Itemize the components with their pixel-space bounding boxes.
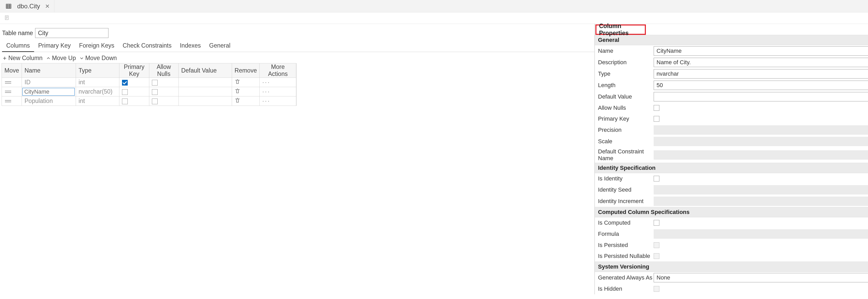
checkbox-icon[interactable] xyxy=(654,116,659,122)
cell-default[interactable] xyxy=(179,96,232,106)
checkbox-icon[interactable] xyxy=(654,105,659,111)
drag-handle-icon[interactable] xyxy=(2,87,22,96)
prop-length: Length xyxy=(595,79,868,91)
tab-columns[interactable]: Columns xyxy=(2,40,34,52)
prop-identity-increment: Identity Increment xyxy=(595,196,868,207)
script-icon[interactable] xyxy=(4,14,9,22)
move-up-button[interactable]: Move Up xyxy=(46,55,76,62)
prop-dcn-label: Default Constraint Name xyxy=(598,148,654,162)
cell-name[interactable] xyxy=(22,87,76,96)
secondary-toolbar xyxy=(0,12,868,24)
prop-is-computed-label: Is Computed xyxy=(598,220,654,226)
cell-nulls[interactable] xyxy=(149,96,179,106)
prop-scale-label: Scale xyxy=(598,138,654,145)
prop-is-identity-label: Is Identity xyxy=(598,175,654,182)
cell-pk[interactable] xyxy=(119,87,149,96)
tab-foreign-keys[interactable]: Foreign Keys xyxy=(75,40,119,52)
checkbox-icon xyxy=(122,99,128,104)
move-down-label: Move Down xyxy=(85,55,117,62)
table-name-label: Table name xyxy=(2,30,33,37)
tab-bar: dbo.City × xyxy=(0,0,868,12)
columns-toolbar: New Column Move Up Move Down xyxy=(2,52,594,63)
header-type: Type xyxy=(76,63,119,78)
properties-title: Column Properties xyxy=(595,25,646,35)
prop-length-input[interactable] xyxy=(654,80,868,90)
close-icon[interactable]: × xyxy=(45,3,50,10)
prop-formula-label: Formula xyxy=(598,231,654,237)
prop-type-select[interactable] xyxy=(654,69,868,78)
tab-indexes[interactable]: Indexes xyxy=(176,40,205,52)
table-name-row: Table name xyxy=(2,27,594,40)
prop-gaa-select[interactable] xyxy=(654,273,868,283)
more-actions-button[interactable]: ··· xyxy=(259,96,296,106)
more-actions-button[interactable]: ··· xyxy=(259,78,296,87)
prop-primary-key: Primary Key xyxy=(595,113,868,124)
prop-allow-nulls-label: Allow Nulls xyxy=(598,104,654,111)
checkbox-icon xyxy=(654,253,659,259)
prop-name: Name xyxy=(595,45,868,57)
section-identity: Identity Specification xyxy=(595,163,868,173)
prop-identity-seed: Identity Seed xyxy=(595,184,868,196)
prop-default: Default Value xyxy=(595,91,868,102)
prop-name-input[interactable] xyxy=(654,46,868,56)
table-row: Population int ··· xyxy=(2,96,296,106)
properties-pane: Column Properties General Name Descripti… xyxy=(594,24,868,294)
prop-precision-label: Precision xyxy=(598,127,654,133)
cell-default[interactable] xyxy=(179,87,232,96)
cell-nulls[interactable] xyxy=(149,78,179,87)
cell-type[interactable]: nvarchar(50) xyxy=(76,87,119,96)
prop-description: Description xyxy=(595,57,868,68)
checkbox-icon xyxy=(152,99,158,104)
cell-pk[interactable] xyxy=(119,78,149,87)
table-name-input[interactable] xyxy=(35,28,108,38)
cell-pk[interactable] xyxy=(119,96,149,106)
tab-general[interactable]: General xyxy=(205,40,235,52)
prop-identity-seed-input xyxy=(654,185,868,195)
header-default: Default Value xyxy=(179,63,232,78)
prop-primary-key-label: Primary Key xyxy=(598,115,654,122)
checkbox-icon[interactable] xyxy=(654,220,659,226)
cell-default[interactable] xyxy=(179,78,232,87)
grid-header-row: Move Name Type Primary Key Allow Nulls D… xyxy=(2,63,296,78)
table-row: ID int ··· xyxy=(2,78,296,87)
tab-dbo-city[interactable]: dbo.City × xyxy=(0,0,54,12)
tab-check-constraints[interactable]: Check Constraints xyxy=(119,40,176,52)
section-computed: Computed Column Specifications xyxy=(595,207,868,218)
prop-is-computed: Is Computed xyxy=(595,218,868,228)
new-column-button[interactable]: New Column xyxy=(2,55,43,62)
prop-type: Type xyxy=(595,68,868,79)
prop-default-input[interactable] xyxy=(654,92,868,101)
more-actions-button[interactable]: ··· xyxy=(259,87,296,96)
checkbox-icon xyxy=(654,286,659,292)
prop-description-input[interactable] xyxy=(654,58,868,67)
header-nulls: Allow Nulls xyxy=(149,63,179,78)
designer-pane: Table name Columns Primary Key Foreign K… xyxy=(0,24,594,294)
move-down-button[interactable]: Move Down xyxy=(79,55,117,62)
prop-is-persisted-nullable: Is Persisted Nullable xyxy=(595,251,868,262)
remove-button[interactable] xyxy=(232,96,259,106)
cell-name[interactable]: ID xyxy=(22,78,76,87)
prop-formula-input xyxy=(654,229,868,239)
drag-handle-icon[interactable] xyxy=(2,78,22,87)
prop-gaa-label: Generated Always As xyxy=(598,274,654,281)
cell-name[interactable]: Population xyxy=(22,96,76,106)
prop-is-identity: Is Identity xyxy=(595,173,868,184)
move-up-label: Move Up xyxy=(52,55,76,62)
cell-type[interactable]: int xyxy=(76,78,119,87)
edit-name-input[interactable] xyxy=(22,88,75,96)
remove-button[interactable] xyxy=(232,87,259,96)
prop-type-label: Type xyxy=(598,70,654,77)
content-split: Table name Columns Primary Key Foreign K… xyxy=(0,24,868,294)
cell-nulls[interactable] xyxy=(149,87,179,96)
checkbox-icon xyxy=(122,89,128,95)
section-system-versioning: System Versioning xyxy=(595,262,868,272)
remove-button[interactable] xyxy=(232,78,259,87)
header-pk: Primary Key xyxy=(119,63,149,78)
drag-handle-icon[interactable] xyxy=(2,96,22,106)
cell-type[interactable]: int xyxy=(76,96,119,106)
checkbox-icon xyxy=(152,89,158,95)
tab-primary-key[interactable]: Primary Key xyxy=(34,40,75,52)
checkbox-icon[interactable] xyxy=(654,176,659,181)
checkbox-icon xyxy=(152,80,158,86)
svg-rect-0 xyxy=(6,4,11,8)
